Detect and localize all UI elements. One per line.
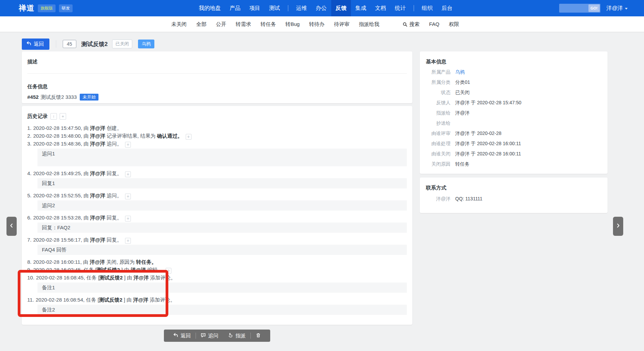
product-badge[interactable]: 乌鸦 <box>138 40 154 48</box>
subnav-tab-label: 待评审 <box>334 16 349 32</box>
history-entry-text: 2020-02-28 15:48:36, 由 <box>33 141 90 147</box>
toolbar-back-button[interactable]: 返回 <box>168 330 196 342</box>
history-entry-bold-text: 洋@洋 <box>90 259 105 265</box>
nav-item[interactable]: 测试 <box>265 0 285 16</box>
collapse-icon[interactable]: ↑ <box>50 113 57 120</box>
history-entry-number: 9. <box>27 267 32 273</box>
history-entry-text: 追问。 <box>105 193 122 198</box>
nav-item[interactable]: 组织 <box>417 0 437 16</box>
history-entry: 9.2020-02-28 16:02:45, 任务 [测试反馈2 ] 由 洋@洋… <box>27 266 407 274</box>
top-navbar: 禅道 旗舰版 研发 我的地盘产品项目测试运维办公反馈集成文档统计组织后台 GO!… <box>0 0 644 16</box>
info-label: 关闭原因 <box>426 161 450 167</box>
info-value[interactable]: 乌鸦 <box>455 68 465 75</box>
search-go-button[interactable]: GO! <box>588 4 600 12</box>
history-entry: 7.2020-02-28 15:56:17, 由 洋@洋 回复。+ <box>27 236 407 244</box>
history-comment-box: 回复1 <box>37 178 407 188</box>
subnav-tab[interactable]: 转Bug <box>281 16 305 32</box>
task-title[interactable]: 测试反馈2 3333 <box>41 93 77 101</box>
info-label: 所属分类 <box>426 79 450 86</box>
subnav-tab[interactable]: 公开 <box>211 16 231 32</box>
toolbar-assign-button[interactable]: 指派 <box>223 330 250 342</box>
edition-badge: 旗舰版 <box>38 4 56 12</box>
info-label: 由谁关闭 <box>426 150 450 157</box>
nav-item[interactable]: 产品 <box>225 0 245 16</box>
info-value: 洋@洋 于 2020-02-28 16:00:11 <box>455 150 521 157</box>
contact-card: 联系方式 洋@洋QQ: 1131111 <box>420 178 608 213</box>
mode-badge[interactable]: 研发 <box>59 4 73 12</box>
nav-item[interactable]: 我的地盘 <box>195 0 225 16</box>
history-entry-text: 回复。 <box>105 237 122 243</box>
next-page-button[interactable] <box>613 217 623 236</box>
subnav-tab[interactable]: 未关闭 <box>167 16 191 32</box>
history-entry-text: 回复。 <box>105 170 122 176</box>
history-entry: 10.2020-02-28 16:08:45, 任务 [测试反馈2 ] 由 洋@… <box>27 274 407 281</box>
subnav-tab[interactable]: 转待办 <box>304 16 329 32</box>
nav-item[interactable]: 反馈 <box>331 0 351 16</box>
history-entry-text: ] 由 <box>120 267 131 273</box>
history-entry-number: 6. <box>27 215 32 220</box>
nav-item[interactable]: 办公 <box>311 0 331 16</box>
info-row: 由谁评审洋@洋 于 2020-02-28 <box>426 130 601 137</box>
subnav-tab[interactable]: 转任务 <box>256 16 281 32</box>
nav-item[interactable]: 运维 <box>292 0 311 16</box>
toolbar-ask-label: 追问 <box>208 333 218 339</box>
history-entry-text: 2020-02-28 15:47:50, 由 <box>33 125 90 131</box>
nav-item[interactable]: 后台 <box>437 0 457 16</box>
history-comment-box: 追问2 <box>37 200 407 211</box>
task-id[interactable]: #452 <box>27 93 39 101</box>
nav-item[interactable]: 文档 <box>371 0 390 16</box>
nav-item[interactable]: 统计 <box>390 0 410 16</box>
toolbar-delete-button[interactable] <box>251 330 266 342</box>
subnav-tab[interactable]: 全部 <box>191 16 211 32</box>
history-comment-box: 回复：FAQ2 <box>37 223 407 233</box>
expand-icon[interactable]: + <box>125 194 131 199</box>
back-button-label: 返回 <box>34 41 44 47</box>
toolbar-ask-button[interactable]: 追问 <box>196 330 223 342</box>
global-search: GO! <box>559 4 600 13</box>
app-logo[interactable]: 禅道 <box>19 3 34 13</box>
history-entry-text: 2020-02-28 16:00:11, 由 <box>33 259 90 265</box>
expand-icon[interactable]: + <box>125 171 131 177</box>
subnav-tab[interactable]: 权限 <box>444 16 464 32</box>
subnav-tab[interactable]: 指派给我 <box>354 16 384 32</box>
expand-icon[interactable]: + <box>125 238 131 244</box>
chevron-left-icon <box>9 223 14 230</box>
expand-icon[interactable]: + <box>166 268 171 274</box>
expand-icon[interactable]: + <box>186 134 191 140</box>
info-label: 反馈人 <box>426 99 450 106</box>
history-entry-text: 回复。 <box>105 215 122 220</box>
feedback-id-badge: 45 <box>63 40 76 48</box>
subnav-tab[interactable]: 转需求 <box>231 16 256 32</box>
basic-info-rows: 所属产品乌鸦所属分类分类01状态已关闭反馈人洋@洋 于 2020-02-28 1… <box>426 68 601 167</box>
subnav-tab[interactable]: FAQ <box>424 16 444 32</box>
nav-item[interactable]: 项目 <box>245 0 265 16</box>
subnav-tab-label: 公开 <box>216 16 226 32</box>
task-line: #452 测试反馈2 3333 未开始 <box>27 93 407 101</box>
history-entry-number: 3. <box>27 141 32 147</box>
history-entry-text: 2020-02-28 16:02:45, 任务 [ <box>33 267 97 273</box>
back-arrow-icon <box>173 333 178 339</box>
prev-page-button[interactable] <box>6 217 17 236</box>
history-entry-bold-text: 洋@洋 <box>133 297 149 303</box>
info-row: 反馈人洋@洋 于 2020-02-28 15:47:50 <box>426 99 601 106</box>
expand-icon[interactable]: + <box>125 142 131 148</box>
nav-item[interactable]: 集成 <box>351 0 371 16</box>
history-entry-text: 2020-02-28 15:52:55, 由 <box>33 193 90 198</box>
info-row: 关闭原因转任务 <box>426 161 601 167</box>
subnav-tab[interactable]: 待评审 <box>329 16 354 32</box>
info-label: 由谁处理 <box>426 140 450 147</box>
history-entry-text: 2020-02-28 15:53:28, 由 <box>33 215 90 220</box>
contact-heading: 联系方式 <box>426 184 601 191</box>
history-entry-bold-text: 洋@洋 <box>90 237 105 243</box>
expand-all-icon[interactable]: + <box>60 113 66 120</box>
history-entry-number: 5. <box>27 193 32 198</box>
history-entry-number: 1. <box>27 125 32 131</box>
user-menu[interactable]: 洋@洋 <box>607 5 628 12</box>
feature-tabs: 未关闭全部公开转需求转任务转Bug转待办待评审指派给我搜索FAQ权限 <box>167 16 464 32</box>
description-heading: 描述 <box>27 58 407 65</box>
task-info-heading: 任务信息 <box>27 83 407 90</box>
history-entry-text: 创建。 <box>105 125 122 131</box>
expand-icon[interactable]: + <box>125 216 131 222</box>
subnav-tab[interactable]: 搜索 <box>398 16 424 32</box>
back-button[interactable]: 返回 <box>22 39 49 50</box>
